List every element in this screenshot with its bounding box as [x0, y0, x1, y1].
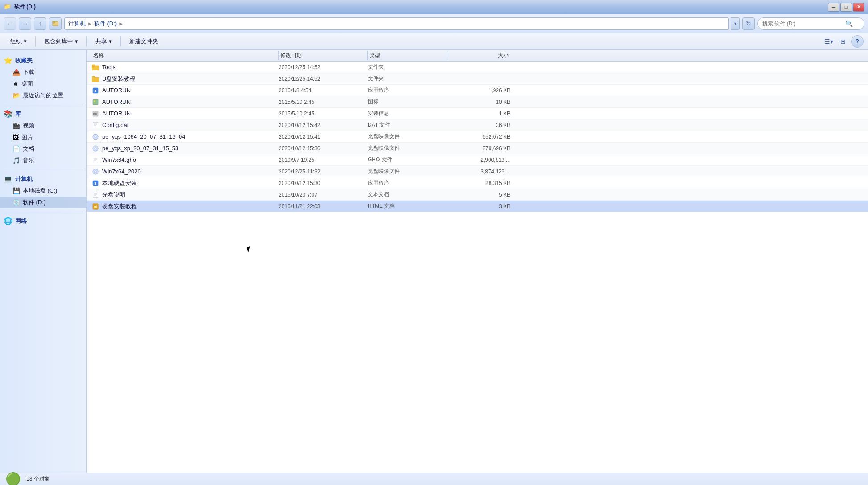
window-icon: 📁: [4, 3, 12, 11]
maximize-button[interactable]: □: [840, 3, 852, 12]
file-name: pe_yqs_xp_20_07_31_15_53: [102, 145, 279, 152]
status-count: 13 个对象: [26, 475, 50, 483]
file-date: 2016/10/23 7:07: [279, 192, 368, 198]
file-date: 2020/10/12 15:30: [279, 180, 368, 186]
sidebar-computer-header[interactable]: 💻 计算机: [0, 173, 86, 185]
sidebar-item-recent[interactable]: 📂 最近访问的位置: [0, 90, 86, 101]
file-date: 2015/5/10 2:45: [279, 111, 368, 117]
file-icon: IE: [91, 202, 99, 210]
table-row[interactable]: U盘安装教程 2020/12/25 14:52 文件夹: [87, 73, 868, 85]
table-row[interactable]: Config.dat 2020/10/12 15:42 DAT 文件 36 KB: [87, 119, 868, 131]
preview-pane-button[interactable]: ⊞: [837, 35, 849, 48]
file-date: 2015/5/10 2:45: [279, 99, 368, 105]
svg-rect-8: [93, 99, 98, 105]
file-type: 应用程序: [368, 86, 448, 94]
file-size: 3 KB: [448, 203, 510, 210]
sidebar-favorites-header[interactable]: ⭐ 收藏夹: [0, 54, 86, 66]
disk-d-label: 软件 (D:): [23, 198, 45, 206]
sidebar-item-disk-d[interactable]: 💿 软件 (D:): [0, 197, 86, 208]
file-name: Tools: [102, 64, 279, 70]
favorites-label: 收藏夹: [15, 57, 33, 65]
music-icon: 🎵: [12, 157, 20, 164]
file-date: 2020/12/25 14:52: [279, 64, 368, 70]
include-label: 包含到库中: [44, 37, 73, 45]
file-icon: INF: [91, 110, 99, 118]
table-row[interactable]: pe_yqs_1064_20_07_31_16_04 2020/10/12 15…: [87, 131, 868, 143]
computer-icon: 💻: [4, 175, 12, 183]
title-bar-left: 📁 软件 (D:): [4, 3, 36, 11]
new-folder-button[interactable]: 新建文件夹: [123, 35, 164, 48]
table-row[interactable]: E AUTORUN 2016/1/8 4:54 应用程序 1,926 KB: [87, 85, 868, 96]
disk-c-label: 本地磁盘 (C:): [23, 187, 57, 195]
file-name: AUTORUN: [102, 87, 279, 94]
search-icon[interactable]: 🔍: [845, 20, 853, 27]
view-toggle-button[interactable]: ☰▾: [823, 35, 835, 48]
recent-label: 最近访问的位置: [23, 91, 63, 99]
table-row[interactable]: Tools 2020/12/25 14:52 文件夹: [87, 62, 868, 73]
table-row[interactable]: E 本地硬盘安装 2020/10/12 15:30 应用程序 28,315 KB: [87, 177, 868, 189]
svg-point-25: [95, 171, 96, 173]
table-row[interactable]: AUTORUN 2015/5/10 2:45 图标 10 KB: [87, 96, 868, 108]
table-row[interactable]: INF AUTORUN 2015/5/10 2:45 安装信息 1 KB: [87, 108, 868, 119]
file-area: 名称 修改日期 类型 大小 Tools 2020/12/25 14:52 文件夹…: [87, 50, 868, 473]
col-header-type[interactable]: 类型: [368, 51, 448, 60]
table-row[interactable]: Win7x64_2020 2020/12/25 11:32 光盘映像文件 3,8…: [87, 166, 868, 177]
sidebar-item-document[interactable]: 📄 文档: [0, 143, 86, 155]
close-button[interactable]: ✕: [853, 3, 864, 12]
forward-button[interactable]: →: [19, 17, 31, 30]
table-row[interactable]: Win7x64.gho 2019/9/7 19:25 GHO 文件 2,900,…: [87, 154, 868, 166]
col-header-date[interactable]: 修改日期: [279, 51, 368, 60]
col-header-size[interactable]: 大小: [448, 51, 510, 60]
picture-label: 图片: [21, 133, 33, 141]
file-date: 2020/10/12 15:42: [279, 122, 368, 128]
sidebar-library-header[interactable]: 📚 库: [0, 108, 86, 120]
minimize-button[interactable]: ─: [828, 3, 839, 12]
file-icon: [91, 63, 99, 71]
toolbar-right: ☰▾ ⊞ ?: [823, 35, 864, 48]
table-row[interactable]: 光盘说明 2016/10/23 7:07 文本文档 5 KB: [87, 189, 868, 201]
refresh-button[interactable]: ↻: [742, 17, 755, 30]
recent-icon: 📂: [12, 92, 20, 99]
svg-point-9: [94, 100, 95, 102]
file-list-body[interactable]: Tools 2020/12/25 14:52 文件夹 U盘安装教程 2020/1…: [87, 62, 868, 473]
up-button[interactable]: ↑: [34, 17, 46, 30]
breadcrumb-drive[interactable]: 软件 (D:): [94, 20, 117, 28]
address-dropdown-button[interactable]: ▾: [731, 17, 740, 30]
music-label: 音乐: [23, 156, 34, 164]
file-icon: E: [91, 86, 99, 95]
document-label: 文档: [23, 145, 34, 153]
sidebar-item-desktop[interactable]: 🖥 桌面: [0, 78, 86, 90]
include-library-button[interactable]: 包含到库中 ▾: [38, 35, 84, 48]
file-type: 应用程序: [368, 179, 448, 187]
sidebar-item-download[interactable]: 📥 下载: [0, 66, 86, 78]
back-button[interactable]: ←: [4, 17, 16, 30]
sidebar-item-video[interactable]: 🎬 视频: [0, 120, 86, 132]
file-type: DAT 文件: [368, 121, 448, 129]
svg-point-17: [95, 136, 96, 138]
sidebar-item-music[interactable]: 🎵 音乐: [0, 155, 86, 166]
breadcrumb-computer[interactable]: 计算机: [68, 20, 86, 28]
svg-rect-3: [92, 65, 95, 66]
table-row[interactable]: pe_yqs_xp_20_07_31_15_53 2020/10/12 15:3…: [87, 143, 868, 154]
sidebar-divider-2: [4, 170, 83, 170]
file-date: 2016/1/8 4:54: [279, 87, 368, 94]
sidebar-item-picture[interactable]: 🖼 图片: [0, 132, 86, 143]
file-type: 光盘映像文件: [368, 133, 448, 140]
file-date: 2019/9/7 19:25: [279, 157, 368, 163]
sidebar-item-disk-c[interactable]: 💾 本地磁盘 (C:): [0, 185, 86, 197]
file-date: 2020/10/12 15:41: [279, 134, 368, 140]
search-input[interactable]: [762, 21, 843, 27]
col-header-name[interactable]: 名称: [91, 51, 279, 60]
file-type: 光盘映像文件: [368, 168, 448, 175]
sidebar-network-header[interactable]: 🌐 网络: [0, 215, 86, 227]
file-size: 2,900,813 ...: [448, 157, 510, 163]
file-icon: [91, 144, 99, 152]
help-button[interactable]: ?: [851, 35, 864, 48]
breadcrumb-bar[interactable]: 计算机 ► 软件 (D:) ►: [64, 17, 729, 30]
table-row[interactable]: IE 硬盘安装教程 2016/11/21 22:03 HTML 文档 3 KB: [87, 201, 868, 212]
file-name: U盘安装教程: [102, 75, 279, 83]
file-icon: [91, 75, 99, 83]
file-size: 5 KB: [448, 192, 510, 198]
share-button[interactable]: 共享 ▾: [90, 35, 118, 48]
organize-button[interactable]: 组织 ▾: [4, 35, 33, 48]
